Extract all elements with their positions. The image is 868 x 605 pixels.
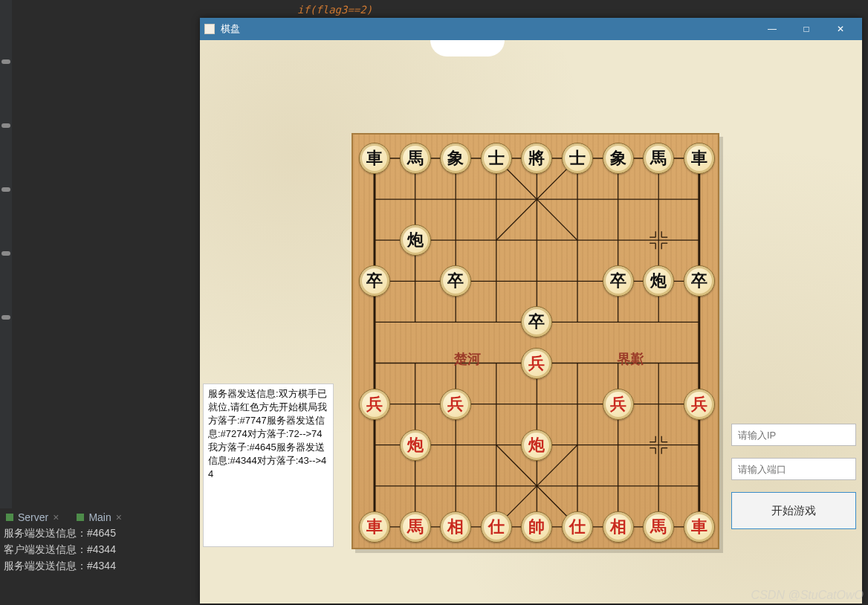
- watermark: CSDN @StuCatOwO: [751, 589, 864, 602]
- port-input[interactable]: [731, 458, 856, 480]
- black-elephant[interactable]: 象: [603, 143, 634, 174]
- maximize-button[interactable]: □: [789, 18, 823, 40]
- controls-panel: 开始游戏: [731, 424, 856, 529]
- red-chariot[interactable]: 車: [359, 511, 390, 543]
- red-soldier[interactable]: 兵: [684, 389, 715, 420]
- console-line: 服务端发送信息：#4344: [4, 557, 116, 574]
- minimize-button[interactable]: —: [755, 18, 789, 40]
- client-area: 服务器发送信息:双方棋手已就位,请红色方先开始棋局我方落子:#7747服务器发送…: [200, 40, 862, 604]
- close-button[interactable]: ✕: [823, 18, 858, 40]
- black-horse[interactable]: 馬: [643, 143, 674, 174]
- black-elephant[interactable]: 象: [440, 143, 471, 174]
- black-soldier[interactable]: 卒: [684, 265, 715, 297]
- console-line: 客户端发送信息：#4344: [4, 541, 116, 557]
- black-soldier[interactable]: 卒: [603, 265, 634, 297]
- red-horse[interactable]: 馬: [643, 511, 674, 543]
- close-icon[interactable]: ×: [53, 511, 59, 523]
- red-cannon[interactable]: 炮: [521, 430, 552, 461]
- black-general[interactable]: 將: [521, 143, 552, 174]
- ide-tab-label: Server: [18, 511, 48, 523]
- decorative-gap: [430, 40, 505, 56]
- console-line: 服务端发送信息：#4645: [4, 525, 116, 541]
- ide-run-tabs: Server× Main×: [0, 508, 128, 526]
- black-soldier[interactable]: 卒: [440, 265, 471, 297]
- ide-tab-label: Main: [88, 511, 111, 523]
- red-cannon[interactable]: 炮: [400, 430, 431, 461]
- black-cannon[interactable]: 炮: [400, 224, 431, 256]
- title-bar[interactable]: 棋盘 — □ ✕: [200, 18, 862, 40]
- terminal-icon: [6, 514, 13, 521]
- ide-tab-main[interactable]: Main×: [71, 508, 128, 526]
- ide-console: 服务端发送信息：#4645 客户端发送信息：#4344 服务端发送信息：#434…: [4, 525, 116, 574]
- red-chariot[interactable]: 車: [684, 511, 715, 543]
- board-grid: [353, 135, 721, 551]
- red-general[interactable]: 帥: [521, 511, 552, 543]
- start-game-button[interactable]: 开始游戏: [731, 492, 856, 529]
- ide-code-hint: if(flag3==2): [297, 4, 372, 16]
- ide-tab-server[interactable]: Server×: [0, 508, 65, 526]
- red-horse[interactable]: 馬: [400, 511, 431, 543]
- black-soldier[interactable]: 卒: [521, 306, 552, 337]
- black-chariot[interactable]: 車: [359, 143, 390, 174]
- river-left-label: 楚河: [454, 350, 481, 368]
- red-soldier[interactable]: 兵: [603, 389, 634, 420]
- black-advisor[interactable]: 士: [481, 143, 512, 174]
- black-horse[interactable]: 馬: [400, 143, 431, 174]
- red-advisor[interactable]: 仕: [562, 511, 593, 543]
- app-icon: [204, 24, 215, 34]
- red-elephant[interactable]: 相: [440, 511, 471, 543]
- red-elephant[interactable]: 相: [603, 511, 634, 543]
- red-advisor[interactable]: 仕: [481, 511, 512, 543]
- close-icon[interactable]: ×: [116, 511, 122, 523]
- window-title: 棋盘: [221, 22, 240, 36]
- red-soldier[interactable]: 兵: [440, 389, 471, 420]
- red-soldier[interactable]: 兵: [359, 389, 390, 420]
- message-log: 服务器发送信息:双方棋手已就位,请红色方先开始棋局我方落子:#7747服务器发送…: [203, 384, 334, 547]
- black-cannon[interactable]: 炮: [643, 265, 674, 297]
- game-window: 棋盘 — □ ✕ 服务器发送信息:双方棋手已就位,请红色方先开始棋局我方落子:#…: [200, 18, 862, 604]
- terminal-icon: [77, 514, 84, 521]
- xiangqi-board[interactable]: 楚河 漢界 車馬象士將士象馬車炮炮卒卒卒卒卒兵兵兵兵兵炮炮車馬相仕帥仕相馬車: [352, 133, 719, 549]
- black-chariot[interactable]: 車: [684, 143, 715, 174]
- red-soldier[interactable]: 兵: [521, 348, 552, 379]
- black-advisor[interactable]: 士: [562, 143, 593, 174]
- black-soldier[interactable]: 卒: [359, 265, 390, 297]
- ip-input[interactable]: [731, 424, 856, 446]
- river-right-label: 漢界: [617, 350, 644, 368]
- ide-gutter: [0, 0, 12, 508]
